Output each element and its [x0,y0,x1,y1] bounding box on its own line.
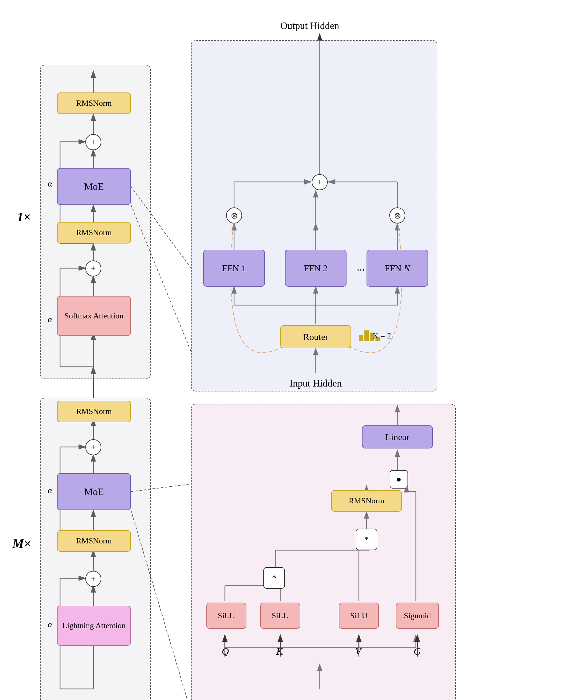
mult-circle-right: ⊗ [389,207,405,223]
alpha-lightning-bottom: α [48,620,52,629]
rmsnorm-bottom-top: RMSNorm [57,401,131,422]
diagram-container: 1× M× RMSNorm + MoE RMSNorm + Softmax At… [0,0,588,700]
q-label: Q [222,646,229,657]
add-circle-mid-top: + [85,260,101,276]
input-hidden-label: Input Hidden [290,378,342,389]
star-right: * [356,529,377,550]
linear-box: Linear [362,425,433,449]
alpha-moe-top: α [48,179,52,189]
add-circle-right-top: + [312,174,328,190]
sigmoid-g: Sigmoid [396,603,439,629]
lightning-attention: Lightning Attention [57,606,131,646]
moe-top: MoE [57,168,131,205]
rmsnorm-top: RMSNorm [57,92,131,114]
g-label: G [414,646,421,657]
k-equals-2-label: K = 2 [373,331,391,340]
output-hidden-label: Output Hidden [280,20,339,31]
rmsnorm-right-bottom: RMSNorm [331,490,402,512]
ffn1: FFN 1 [203,250,265,287]
alpha-softmax-top: α [48,314,52,324]
ffnN-label: FFN N [385,263,410,273]
silu-k: SiLU [260,603,300,629]
v-label: V [355,646,361,657]
rmsnorm-mid-top: RMSNorm [57,222,131,243]
label-mx: M× [12,536,31,551]
dots-label: ··· [357,263,365,276]
add-circle-mid-bottom: + [85,439,101,455]
star-left: * [263,567,285,589]
softmax-label: Softmax Attention [64,310,123,321]
add-circle-top: + [85,134,101,150]
silu-q: SiLU [206,603,246,629]
mult-circle-left: ⊗ [226,207,242,223]
softmax-attention: Softmax Attention [57,296,131,336]
moe-bottom: MoE [57,473,131,510]
ffn2: FFN 2 [285,250,347,287]
k-label: K [276,646,283,657]
dot-product-circle: ● [390,470,408,489]
alpha-moe-bottom: α [48,486,52,495]
silu-v: SiLU [339,603,379,629]
rmsnorm-bottom-mid: RMSNorm [57,530,131,552]
router: Router [280,325,351,348]
label-1x: 1× [17,209,31,224]
lightning-label: Lightning Attention [62,620,126,631]
add-circle-bottom: + [85,571,101,587]
ffnN: FFN N [367,250,428,287]
